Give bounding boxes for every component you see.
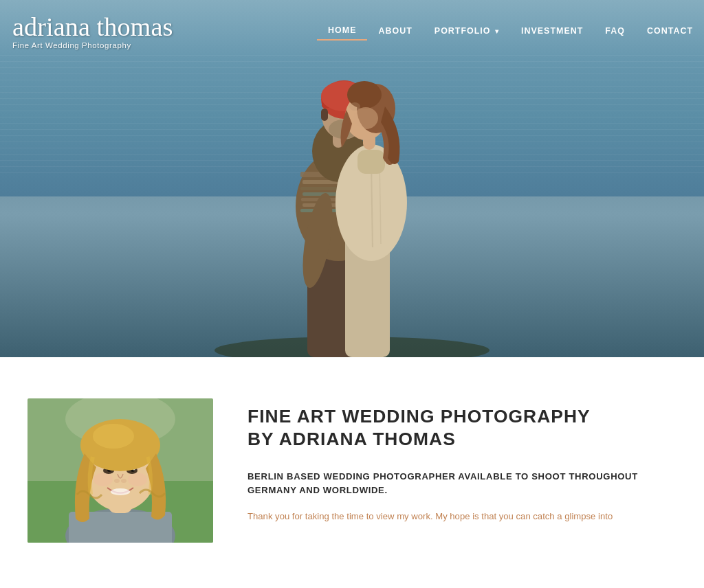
logo: adriana thomas Fine Art Wedding Photogra… bbox=[12, 12, 173, 49]
section-title: FINE ART WEDDING PHOTOGRAPHY BY ADRIANA … bbox=[248, 405, 676, 451]
nav-portfolio-label: PORTFOLIO bbox=[434, 26, 491, 36]
hero-section: adriana thomas Fine Art Wedding Photogra… bbox=[0, 0, 704, 357]
svg-rect-17 bbox=[321, 109, 328, 121]
logo-tagline: Fine Art Wedding Photography bbox=[12, 41, 173, 49]
nav-portfolio[interactable]: PORTFOLIO ▾ bbox=[424, 22, 510, 40]
text-content: FINE ART WEDDING PHOTOGRAPHY BY ADRIANA … bbox=[248, 398, 676, 543]
svg-point-30 bbox=[349, 102, 360, 111]
svg-point-29 bbox=[353, 107, 378, 129]
body-text: Thank you for taking the time to view my… bbox=[248, 509, 676, 524]
site-header: adriana thomas Fine Art Wedding Photogra… bbox=[0, 0, 704, 62]
nav-home[interactable]: HOME bbox=[317, 21, 367, 41]
couple-illustration bbox=[201, 21, 503, 357]
svg-point-49 bbox=[111, 488, 130, 495]
svg-point-51 bbox=[93, 424, 134, 449]
main-content: FINE ART WEDDING PHOTOGRAPHY BY ADRIANA … bbox=[0, 357, 704, 570]
svg-point-39 bbox=[94, 473, 113, 486]
nav-investment[interactable]: INVESTMENT bbox=[510, 22, 594, 40]
nav-about[interactable]: ABOUT bbox=[367, 22, 423, 40]
svg-point-48 bbox=[121, 479, 126, 483]
svg-rect-24 bbox=[358, 150, 385, 174]
chevron-down-icon: ▾ bbox=[495, 27, 499, 35]
subtitle: BERLIN BASED WEDDING PHOTOGRAPHER AVAILA… bbox=[248, 470, 676, 497]
svg-point-40 bbox=[128, 473, 147, 486]
logo-name[interactable]: adriana thomas bbox=[12, 12, 173, 41]
nav-contact[interactable]: CONTACT bbox=[636, 22, 704, 40]
profile-photo-svg bbox=[28, 398, 213, 543]
profile-photo bbox=[28, 398, 213, 543]
svg-point-47 bbox=[114, 479, 120, 483]
nav-faq[interactable]: FAQ bbox=[594, 22, 636, 40]
main-nav: HOME ABOUT PORTFOLIO ▾ INVESTMENT FAQ CO… bbox=[317, 21, 704, 41]
